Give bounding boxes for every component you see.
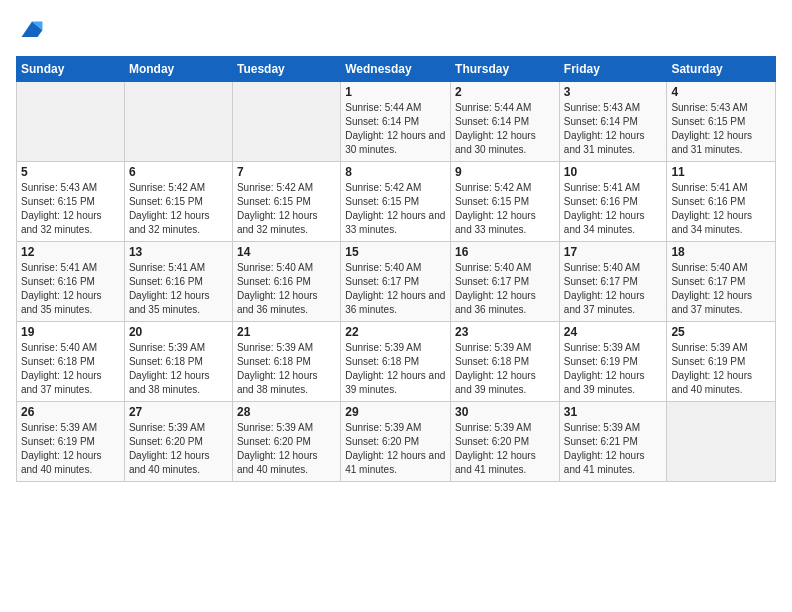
day-number: 6 bbox=[129, 165, 228, 179]
calendar-cell: 10Sunrise: 5:41 AMSunset: 6:16 PMDayligh… bbox=[559, 162, 667, 242]
calendar-cell: 30Sunrise: 5:39 AMSunset: 6:20 PMDayligh… bbox=[451, 402, 560, 482]
day-info: Sunrise: 5:40 AMSunset: 6:17 PMDaylight:… bbox=[671, 262, 752, 315]
day-number: 2 bbox=[455, 85, 555, 99]
day-number: 15 bbox=[345, 245, 446, 259]
day-number: 31 bbox=[564, 405, 663, 419]
day-info: Sunrise: 5:39 AMSunset: 6:19 PMDaylight:… bbox=[564, 342, 645, 395]
day-info: Sunrise: 5:43 AMSunset: 6:15 PMDaylight:… bbox=[671, 102, 752, 155]
calendar-week-row: 1Sunrise: 5:44 AMSunset: 6:14 PMDaylight… bbox=[17, 82, 776, 162]
calendar-cell: 8Sunrise: 5:42 AMSunset: 6:15 PMDaylight… bbox=[341, 162, 451, 242]
calendar-cell: 20Sunrise: 5:39 AMSunset: 6:18 PMDayligh… bbox=[124, 322, 232, 402]
calendar-cell: 7Sunrise: 5:42 AMSunset: 6:15 PMDaylight… bbox=[232, 162, 340, 242]
calendar-cell: 12Sunrise: 5:41 AMSunset: 6:16 PMDayligh… bbox=[17, 242, 125, 322]
day-number: 29 bbox=[345, 405, 446, 419]
day-info: Sunrise: 5:41 AMSunset: 6:16 PMDaylight:… bbox=[129, 262, 210, 315]
day-info: Sunrise: 5:40 AMSunset: 6:18 PMDaylight:… bbox=[21, 342, 102, 395]
day-info: Sunrise: 5:40 AMSunset: 6:17 PMDaylight:… bbox=[455, 262, 536, 315]
calendar-cell: 16Sunrise: 5:40 AMSunset: 6:17 PMDayligh… bbox=[451, 242, 560, 322]
weekday-header-sunday: Sunday bbox=[17, 57, 125, 82]
calendar-cell: 6Sunrise: 5:42 AMSunset: 6:15 PMDaylight… bbox=[124, 162, 232, 242]
day-number: 7 bbox=[237, 165, 336, 179]
day-info: Sunrise: 5:42 AMSunset: 6:15 PMDaylight:… bbox=[129, 182, 210, 235]
day-info: Sunrise: 5:40 AMSunset: 6:16 PMDaylight:… bbox=[237, 262, 318, 315]
day-info: Sunrise: 5:40 AMSunset: 6:17 PMDaylight:… bbox=[564, 262, 645, 315]
calendar-cell bbox=[124, 82, 232, 162]
calendar-cell: 29Sunrise: 5:39 AMSunset: 6:20 PMDayligh… bbox=[341, 402, 451, 482]
calendar-cell: 4Sunrise: 5:43 AMSunset: 6:15 PMDaylight… bbox=[667, 82, 776, 162]
page-header bbox=[16, 16, 776, 48]
weekday-header-saturday: Saturday bbox=[667, 57, 776, 82]
day-number: 19 bbox=[21, 325, 120, 339]
day-number: 1 bbox=[345, 85, 446, 99]
day-info: Sunrise: 5:39 AMSunset: 6:20 PMDaylight:… bbox=[455, 422, 536, 475]
day-info: Sunrise: 5:39 AMSunset: 6:18 PMDaylight:… bbox=[455, 342, 536, 395]
day-info: Sunrise: 5:42 AMSunset: 6:15 PMDaylight:… bbox=[345, 182, 445, 235]
calendar-cell: 17Sunrise: 5:40 AMSunset: 6:17 PMDayligh… bbox=[559, 242, 667, 322]
day-info: Sunrise: 5:43 AMSunset: 6:15 PMDaylight:… bbox=[21, 182, 102, 235]
logo bbox=[16, 16, 46, 48]
day-number: 25 bbox=[671, 325, 771, 339]
day-info: Sunrise: 5:43 AMSunset: 6:14 PMDaylight:… bbox=[564, 102, 645, 155]
calendar-cell bbox=[232, 82, 340, 162]
day-number: 12 bbox=[21, 245, 120, 259]
day-info: Sunrise: 5:39 AMSunset: 6:19 PMDaylight:… bbox=[671, 342, 752, 395]
calendar-cell: 15Sunrise: 5:40 AMSunset: 6:17 PMDayligh… bbox=[341, 242, 451, 322]
weekday-header-tuesday: Tuesday bbox=[232, 57, 340, 82]
day-info: Sunrise: 5:39 AMSunset: 6:19 PMDaylight:… bbox=[21, 422, 102, 475]
weekday-header-friday: Friday bbox=[559, 57, 667, 82]
calendar-cell: 13Sunrise: 5:41 AMSunset: 6:16 PMDayligh… bbox=[124, 242, 232, 322]
weekday-header-wednesday: Wednesday bbox=[341, 57, 451, 82]
calendar-cell: 2Sunrise: 5:44 AMSunset: 6:14 PMDaylight… bbox=[451, 82, 560, 162]
weekday-header-thursday: Thursday bbox=[451, 57, 560, 82]
day-number: 24 bbox=[564, 325, 663, 339]
day-number: 4 bbox=[671, 85, 771, 99]
calendar-cell: 28Sunrise: 5:39 AMSunset: 6:20 PMDayligh… bbox=[232, 402, 340, 482]
calendar-cell: 1Sunrise: 5:44 AMSunset: 6:14 PMDaylight… bbox=[341, 82, 451, 162]
calendar-week-row: 26Sunrise: 5:39 AMSunset: 6:19 PMDayligh… bbox=[17, 402, 776, 482]
logo-icon bbox=[18, 16, 46, 44]
day-number: 18 bbox=[671, 245, 771, 259]
calendar-cell: 9Sunrise: 5:42 AMSunset: 6:15 PMDaylight… bbox=[451, 162, 560, 242]
day-number: 14 bbox=[237, 245, 336, 259]
calendar-cell: 3Sunrise: 5:43 AMSunset: 6:14 PMDaylight… bbox=[559, 82, 667, 162]
calendar-cell: 25Sunrise: 5:39 AMSunset: 6:19 PMDayligh… bbox=[667, 322, 776, 402]
day-number: 17 bbox=[564, 245, 663, 259]
day-number: 20 bbox=[129, 325, 228, 339]
calendar-cell: 24Sunrise: 5:39 AMSunset: 6:19 PMDayligh… bbox=[559, 322, 667, 402]
day-number: 23 bbox=[455, 325, 555, 339]
day-number: 27 bbox=[129, 405, 228, 419]
calendar-cell: 21Sunrise: 5:39 AMSunset: 6:18 PMDayligh… bbox=[232, 322, 340, 402]
day-number: 22 bbox=[345, 325, 446, 339]
day-info: Sunrise: 5:39 AMSunset: 6:21 PMDaylight:… bbox=[564, 422, 645, 475]
day-info: Sunrise: 5:41 AMSunset: 6:16 PMDaylight:… bbox=[671, 182, 752, 235]
calendar-cell: 19Sunrise: 5:40 AMSunset: 6:18 PMDayligh… bbox=[17, 322, 125, 402]
calendar-cell bbox=[667, 402, 776, 482]
day-number: 11 bbox=[671, 165, 771, 179]
calendar-week-row: 5Sunrise: 5:43 AMSunset: 6:15 PMDaylight… bbox=[17, 162, 776, 242]
day-info: Sunrise: 5:41 AMSunset: 6:16 PMDaylight:… bbox=[21, 262, 102, 315]
day-info: Sunrise: 5:39 AMSunset: 6:20 PMDaylight:… bbox=[129, 422, 210, 475]
day-number: 28 bbox=[237, 405, 336, 419]
calendar-cell: 31Sunrise: 5:39 AMSunset: 6:21 PMDayligh… bbox=[559, 402, 667, 482]
calendar-week-row: 19Sunrise: 5:40 AMSunset: 6:18 PMDayligh… bbox=[17, 322, 776, 402]
day-info: Sunrise: 5:39 AMSunset: 6:20 PMDaylight:… bbox=[237, 422, 318, 475]
calendar-cell: 26Sunrise: 5:39 AMSunset: 6:19 PMDayligh… bbox=[17, 402, 125, 482]
day-number: 30 bbox=[455, 405, 555, 419]
calendar-cell: 14Sunrise: 5:40 AMSunset: 6:16 PMDayligh… bbox=[232, 242, 340, 322]
day-number: 3 bbox=[564, 85, 663, 99]
calendar-cell: 27Sunrise: 5:39 AMSunset: 6:20 PMDayligh… bbox=[124, 402, 232, 482]
calendar-cell: 22Sunrise: 5:39 AMSunset: 6:18 PMDayligh… bbox=[341, 322, 451, 402]
day-info: Sunrise: 5:39 AMSunset: 6:20 PMDaylight:… bbox=[345, 422, 445, 475]
day-number: 13 bbox=[129, 245, 228, 259]
calendar-cell: 18Sunrise: 5:40 AMSunset: 6:17 PMDayligh… bbox=[667, 242, 776, 322]
day-info: Sunrise: 5:44 AMSunset: 6:14 PMDaylight:… bbox=[455, 102, 536, 155]
day-number: 26 bbox=[21, 405, 120, 419]
day-info: Sunrise: 5:39 AMSunset: 6:18 PMDaylight:… bbox=[345, 342, 445, 395]
day-info: Sunrise: 5:42 AMSunset: 6:15 PMDaylight:… bbox=[237, 182, 318, 235]
day-info: Sunrise: 5:41 AMSunset: 6:16 PMDaylight:… bbox=[564, 182, 645, 235]
calendar-cell: 11Sunrise: 5:41 AMSunset: 6:16 PMDayligh… bbox=[667, 162, 776, 242]
day-info: Sunrise: 5:42 AMSunset: 6:15 PMDaylight:… bbox=[455, 182, 536, 235]
calendar-cell bbox=[17, 82, 125, 162]
day-number: 9 bbox=[455, 165, 555, 179]
day-info: Sunrise: 5:39 AMSunset: 6:18 PMDaylight:… bbox=[129, 342, 210, 395]
